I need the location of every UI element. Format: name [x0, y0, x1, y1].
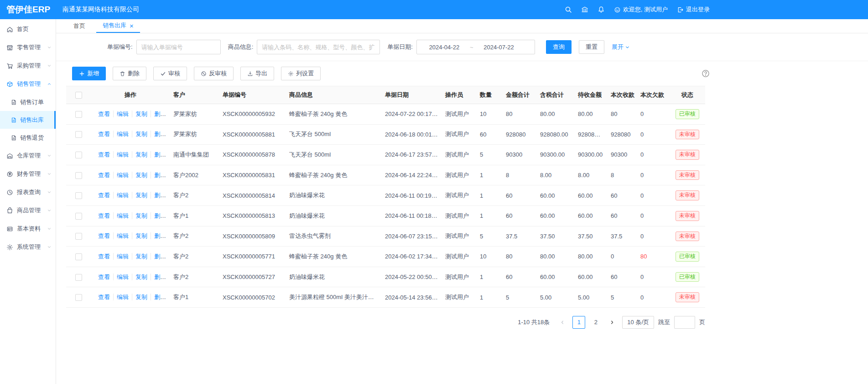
- page-size-select[interactable]: 10 条/页: [622, 316, 654, 329]
- sidebar: 首页零售管理采购管理销售管理销售订单销售出库销售退货仓库管理财务管理报表查询商品…: [0, 19, 56, 384]
- edit-link[interactable]: 编辑: [114, 212, 132, 219]
- sidebar-item-home[interactable]: 首页: [0, 20, 56, 38]
- edit-link[interactable]: 编辑: [114, 294, 132, 300]
- row-actions: 查看编辑复制删除: [91, 205, 170, 226]
- close-icon[interactable]: ×: [130, 22, 134, 29]
- bill-no-cell: XSCK00000005831: [219, 165, 286, 185]
- edit-link[interactable]: 编辑: [114, 253, 132, 260]
- row-checkbox[interactable]: [75, 274, 82, 281]
- row-checkbox[interactable]: [75, 233, 82, 240]
- unaudit-button[interactable]: 反审核: [194, 67, 234, 80]
- copy-link[interactable]: 复制: [132, 232, 151, 239]
- row-checkbox[interactable]: [75, 192, 82, 199]
- delete-link[interactable]: 删除: [151, 110, 169, 117]
- view-link[interactable]: 查看: [95, 294, 114, 300]
- copy-link[interactable]: 复制: [132, 212, 151, 219]
- sidebar-item-sales-return[interactable]: 销售退货: [0, 129, 56, 147]
- edit-link[interactable]: 编辑: [114, 172, 132, 179]
- view-link[interactable]: 查看: [95, 110, 114, 117]
- sidebar-item-product[interactable]: 商品管理: [0, 201, 56, 220]
- delete-link[interactable]: 删除: [151, 294, 169, 300]
- view-link[interactable]: 查看: [95, 192, 114, 199]
- help-icon[interactable]: [702, 69, 710, 78]
- row-checkbox[interactable]: [75, 152, 82, 158]
- edit-link[interactable]: 编辑: [114, 232, 132, 239]
- edit-link[interactable]: 编辑: [114, 274, 132, 280]
- page-number-1[interactable]: 1: [572, 316, 585, 329]
- row-checkbox[interactable]: [75, 253, 82, 260]
- sidebar-item-warehouse[interactable]: 仓库管理: [0, 147, 56, 165]
- column-settings-button[interactable]: 列设置: [281, 67, 321, 80]
- tab-home[interactable]: 首页: [67, 19, 92, 33]
- bank-icon[interactable]: [581, 6, 588, 13]
- audit-button[interactable]: 审核: [153, 67, 187, 80]
- date-range-picker[interactable]: ~: [416, 40, 535, 54]
- edit-link[interactable]: 编辑: [114, 151, 132, 158]
- edit-link[interactable]: 编辑: [114, 131, 132, 137]
- copy-link[interactable]: 复制: [132, 294, 151, 300]
- date-end-input[interactable]: [475, 44, 522, 51]
- table-row: 查看编辑复制删除客户1XSCK00000005813奶油味爆米花2024-06-…: [66, 205, 705, 226]
- search-icon[interactable]: [565, 6, 572, 13]
- bell-icon[interactable]: [598, 6, 605, 13]
- sidebar-item-retail[interactable]: 零售管理: [0, 38, 56, 57]
- sidebar-item-sales-outbound[interactable]: 销售出库: [0, 111, 56, 129]
- tab-sales-outbound[interactable]: 销售出库×: [96, 19, 140, 33]
- row-checkbox[interactable]: [75, 213, 82, 220]
- copy-link[interactable]: 复制: [132, 172, 151, 179]
- bill-no-input[interactable]: [136, 40, 221, 54]
- copy-link[interactable]: 复制: [132, 110, 151, 117]
- search-button[interactable]: 查询: [546, 40, 572, 54]
- document-icon: [10, 117, 17, 123]
- select-all-checkbox[interactable]: [75, 92, 82, 99]
- bill-no-cell: XSCK00000005878: [219, 145, 286, 165]
- view-link[interactable]: 查看: [95, 253, 114, 260]
- export-button[interactable]: 导出: [240, 67, 274, 80]
- copy-link[interactable]: 复制: [132, 192, 151, 199]
- view-link[interactable]: 查看: [95, 131, 114, 137]
- page-number-2[interactable]: 2: [589, 316, 602, 329]
- delete-button[interactable]: 删除: [113, 67, 146, 80]
- row-checkbox[interactable]: [75, 131, 82, 138]
- edit-link[interactable]: 编辑: [114, 110, 132, 117]
- add-button[interactable]: 新增: [72, 67, 106, 80]
- edit-link[interactable]: 编辑: [114, 192, 132, 199]
- sidebar-item-basic-data[interactable]: 基本资料: [0, 220, 56, 238]
- sidebar-item-sales[interactable]: 销售管理: [0, 75, 56, 93]
- view-link[interactable]: 查看: [95, 151, 114, 158]
- logout-button[interactable]: 退出登录: [677, 5, 710, 14]
- expand-link[interactable]: 展开: [612, 43, 630, 51]
- date-start-input[interactable]: [421, 44, 468, 51]
- row-checkbox[interactable]: [75, 294, 82, 301]
- view-link[interactable]: 查看: [95, 232, 114, 239]
- jump-page-input[interactable]: [674, 316, 695, 329]
- delete-link[interactable]: 删除: [151, 131, 169, 137]
- row-checkbox[interactable]: [75, 172, 82, 179]
- view-link[interactable]: 查看: [95, 274, 114, 280]
- sidebar-item-purchase[interactable]: 采购管理: [0, 57, 56, 75]
- operator-cell: 测试用户: [442, 104, 476, 125]
- product-info-input[interactable]: [257, 40, 380, 54]
- delete-link[interactable]: 删除: [151, 212, 169, 219]
- delete-link[interactable]: 删除: [151, 253, 169, 260]
- welcome-user[interactable]: 欢迎您, 测试用户: [614, 5, 668, 14]
- copy-link[interactable]: 复制: [132, 151, 151, 158]
- prev-page-button[interactable]: [556, 316, 568, 329]
- delete-link[interactable]: 删除: [151, 192, 169, 199]
- delete-link[interactable]: 删除: [151, 274, 169, 280]
- sidebar-item-system[interactable]: 系统管理: [0, 238, 56, 256]
- delete-link[interactable]: 删除: [151, 151, 169, 158]
- copy-link[interactable]: 复制: [132, 274, 151, 280]
- copy-link[interactable]: 复制: [132, 253, 151, 260]
- row-checkbox[interactable]: [75, 111, 82, 118]
- sidebar-item-finance[interactable]: 财务管理: [0, 165, 56, 183]
- view-link[interactable]: 查看: [95, 172, 114, 179]
- copy-link[interactable]: 复制: [132, 131, 151, 137]
- delete-link[interactable]: 删除: [151, 232, 169, 239]
- reset-button[interactable]: 重置: [579, 40, 604, 54]
- next-page-button[interactable]: [606, 316, 618, 329]
- sidebar-item-report[interactable]: 报表查询: [0, 183, 56, 201]
- view-link[interactable]: 查看: [95, 212, 114, 219]
- sidebar-item-sales-order[interactable]: 销售订单: [0, 93, 56, 111]
- delete-link[interactable]: 删除: [151, 172, 169, 179]
